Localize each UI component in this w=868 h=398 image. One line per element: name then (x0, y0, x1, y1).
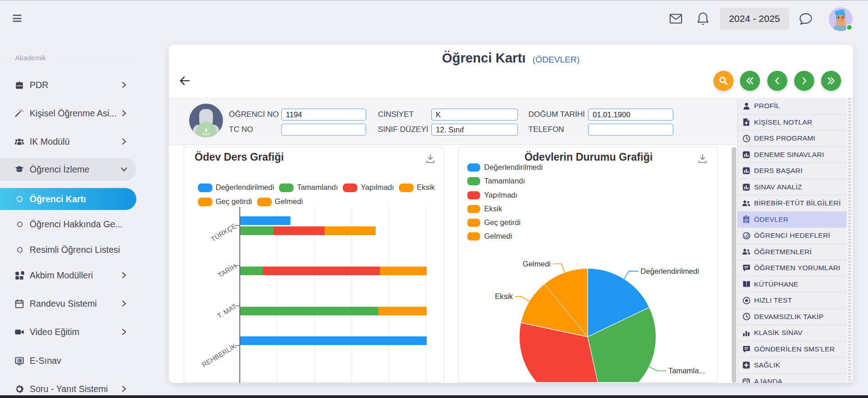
svg-text:Değerlendirilmedi: Değerlendirilmedi (641, 267, 699, 275)
svg-text:Eksik: Eksik (495, 292, 513, 300)
svg-text:Gelmedi: Gelmedi (523, 260, 551, 268)
svg-text:Tamamla...: Tamamla... (668, 367, 705, 375)
